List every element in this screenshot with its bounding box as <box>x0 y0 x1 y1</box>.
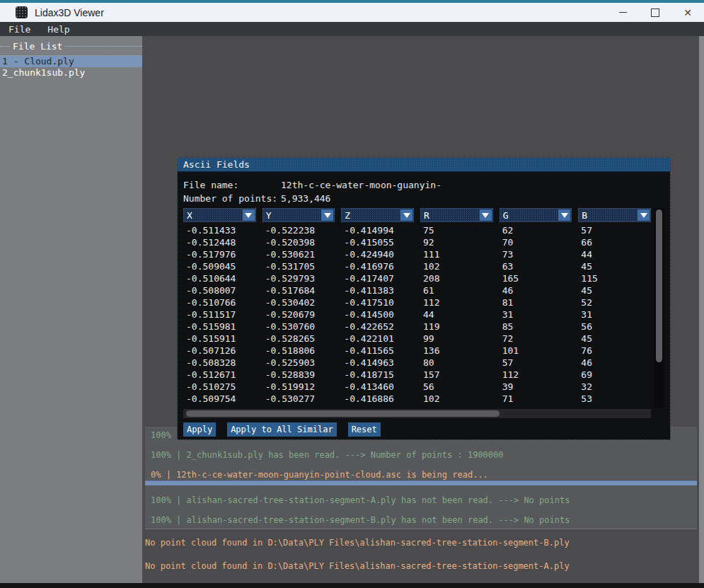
table-cell: 111 <box>420 248 493 260</box>
table-cell: 45 <box>578 260 651 272</box>
log-message: 0% | 12th-c-ce-water-moon-guanyin-point-… <box>151 470 488 480</box>
log-message: 100% | alishan-sacred-tree-station-segme… <box>151 515 570 525</box>
table-row: -0.509045-0.531705-0.4169761026345 <box>183 260 651 272</box>
window-title: Lidax3D Viewer <box>35 7 104 18</box>
table-row: -0.507126-0.518806-0.41156513610176 <box>183 345 651 357</box>
table-cell: -0.515911 <box>183 333 256 345</box>
apply-button[interactable]: Apply <box>183 422 216 437</box>
table-cell: -0.518806 <box>262 345 335 357</box>
chevron-down-icon[interactable] <box>400 209 412 221</box>
table-cell: -0.511517 <box>183 309 256 321</box>
table-cell: -0.414500 <box>341 309 414 321</box>
reset-button[interactable]: Reset <box>348 422 381 437</box>
table-cell: 107 <box>420 405 493 408</box>
points-value: 5,933,446 <box>281 192 330 205</box>
table-cell: -0.413460 <box>341 381 414 393</box>
table-cell: -0.417517 <box>341 405 414 408</box>
table-cell: -0.530277 <box>262 393 335 405</box>
ascii-fields-dialog: Ascii Fields File name: 12th-c-ce-water-… <box>177 157 671 440</box>
dialog-buttons: ApplyApply to All SimilarReset <box>183 422 664 437</box>
file-list-item[interactable]: 1 - Cloud.ply <box>0 56 142 67</box>
table-cell: -0.508328 <box>183 357 256 369</box>
chevron-down-icon[interactable] <box>558 209 570 221</box>
table-cell: 62 <box>500 224 572 236</box>
table-cell: 57 <box>578 224 651 236</box>
log-panel: 100% |100% | 2_chunk1sub.ply has been re… <box>145 427 697 529</box>
table-cell: 112 <box>500 369 572 381</box>
table-cell: 165 <box>500 272 572 284</box>
chevron-down-icon[interactable] <box>480 209 492 221</box>
menubar: FileHelp <box>0 22 704 36</box>
table-cell: 39 <box>500 381 572 393</box>
table-cell: 71 <box>500 393 572 405</box>
table-cell: 61 <box>420 284 493 296</box>
fields-table: XYZRGB -0.511433-0.522238-0.414994756257… <box>183 208 664 408</box>
chevron-down-icon[interactable] <box>321 209 333 221</box>
field-combo-z[interactable]: Z <box>341 208 414 222</box>
chevron-down-icon[interactable] <box>637 209 650 221</box>
horizontal-scrollbar-thumb[interactable] <box>186 410 500 417</box>
apply-to-all-similar-button[interactable]: Apply to All Similar <box>227 422 337 437</box>
table-cell: -0.512448 <box>183 236 256 248</box>
horizontal-scrollbar[interactable] <box>183 409 651 418</box>
chevron-down-icon[interactable] <box>243 209 255 221</box>
table-cell: -0.510766 <box>183 296 256 309</box>
table-row: -0.510644-0.529793-0.417407208165115 <box>183 272 651 284</box>
table-cell: -0.507126 <box>183 345 256 357</box>
table-cell: 99 <box>420 333 493 345</box>
minimize-button[interactable] <box>606 3 639 22</box>
file-list-item[interactable]: 2_chunk1sub.ply <box>0 67 142 79</box>
field-combo-label: R <box>424 210 429 221</box>
window-right-edge <box>699 36 704 583</box>
window-controls: ✕ <box>606 3 704 22</box>
table-cell: 101 <box>500 345 572 357</box>
field-combo-label: X <box>187 210 192 221</box>
table-cell: 56 <box>578 321 651 333</box>
field-combo-b[interactable]: B <box>578 208 651 222</box>
field-combo-y[interactable]: Y <box>262 208 335 222</box>
dialog-titlebar[interactable]: Ascii Fields <box>178 158 670 172</box>
field-combo-g[interactable]: G <box>500 208 572 222</box>
table-cell: -0.519912 <box>262 381 335 393</box>
table-cell: 40 <box>578 405 651 408</box>
table-cell: -0.515981 <box>183 321 256 333</box>
table-cell: 44 <box>420 309 493 321</box>
table-cell: -0.530760 <box>262 321 335 333</box>
vertical-scrollbar-thumb[interactable] <box>656 209 662 362</box>
menu-item-file[interactable]: File <box>0 22 39 36</box>
table-cell: -0.530621 <box>262 248 335 260</box>
field-combo-label: Y <box>266 210 272 221</box>
table-cell: 46 <box>578 357 651 369</box>
file-name-value: 12th-c-ce-water-moon-guanyin- <box>281 178 442 192</box>
table-cell: 69 <box>578 369 651 381</box>
table-cell: -0.417407 <box>341 272 414 284</box>
table-cell: 80 <box>420 357 493 369</box>
table-cell: -0.531705 <box>262 260 335 272</box>
maximize-button[interactable] <box>639 3 671 22</box>
vertical-scrollbar[interactable] <box>654 208 664 408</box>
sidebar: File List 1 - Cloud.ply2_chunk1sub.ply <box>0 36 142 583</box>
progress-bar <box>145 480 697 485</box>
table-cell: 66 <box>578 236 651 248</box>
field-combo-x[interactable]: X <box>183 208 256 222</box>
close-button[interactable]: ✕ <box>671 3 704 22</box>
table-cell: 31 <box>500 309 572 321</box>
table-cell: -0.532501 <box>262 405 335 408</box>
field-combo-label: Z <box>345 210 350 221</box>
table-cell: -0.522238 <box>262 224 335 236</box>
table-cell: 136 <box>420 345 493 357</box>
table-row: -0.515911-0.528265-0.422101997245 <box>183 333 651 345</box>
table-row: -0.510275-0.519912-0.413460563932 <box>183 381 651 393</box>
table-cell: 52 <box>578 296 651 309</box>
field-combo-r[interactable]: R <box>420 208 493 222</box>
table-cell: -0.528839 <box>262 369 335 381</box>
column-header-row: XYZRGB <box>183 208 651 222</box>
menu-item-help[interactable]: Help <box>39 22 78 36</box>
points-row: Number of points: 5,933,446 <box>183 192 664 205</box>
table-row: -0.510766-0.530402-0.4175101128152 <box>183 296 651 309</box>
table-cell: -0.508007 <box>183 284 256 296</box>
table-cell: -0.530402 <box>262 296 335 309</box>
table-row: -0.511433-0.522238-0.414994756257 <box>183 224 651 236</box>
file-list-header-line <box>0 46 10 47</box>
table-cell: 208 <box>420 272 493 284</box>
